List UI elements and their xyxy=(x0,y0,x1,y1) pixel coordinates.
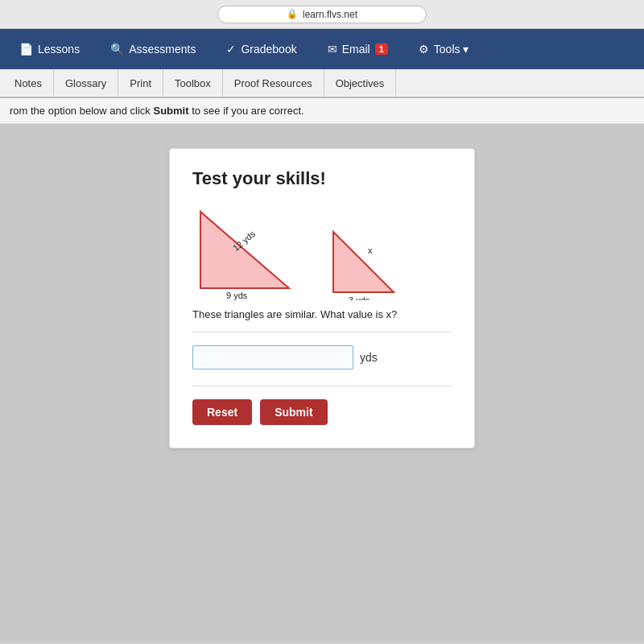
nav-email-label: Email xyxy=(342,43,370,56)
triangles-container: 12 yds 9 yds x 3 yds xyxy=(192,204,452,300)
gradebook-icon: ✓ xyxy=(226,43,236,56)
instruction-bold: Submit xyxy=(153,105,188,117)
instruction-suffix: to see if you are correct. xyxy=(189,105,304,117)
triangle-question: These triangles are similar. What value … xyxy=(192,308,452,320)
buttons-row: Reset Submit xyxy=(192,399,452,425)
nav-tools-label: Tools ▾ xyxy=(434,43,469,56)
tab-proof-resources[interactable]: Proof Resources xyxy=(223,69,324,97)
triangle1-wrapper: 12 yds 9 yds xyxy=(192,204,297,300)
nav-gradebook-label: Gradebook xyxy=(241,43,296,56)
nav-gradebook[interactable]: ✓ Gradebook xyxy=(223,36,299,62)
card-title: Test your skills! xyxy=(192,168,452,189)
answer-input[interactable] xyxy=(192,345,353,369)
address-bar: 🔒 learn.flvs.net xyxy=(217,6,427,23)
tab-objectives[interactable]: Objectives xyxy=(324,69,397,97)
triangle2-svg: x 3 yds xyxy=(321,220,402,300)
browser-chrome: 🔒 learn.flvs.net xyxy=(0,0,644,29)
reset-button[interactable]: Reset xyxy=(192,399,252,425)
nav-lessons[interactable]: 📄 Lessons xyxy=(16,36,83,62)
nav-assessments[interactable]: 🔍 Assessments xyxy=(107,36,199,62)
email-icon: ✉ xyxy=(328,43,337,56)
nav-assessments-label: Assessments xyxy=(129,43,196,56)
divider xyxy=(192,386,452,386)
tools-icon: ⚙ xyxy=(419,43,429,56)
tab-toolbox[interactable]: Toolbox xyxy=(163,69,223,97)
tab-glossary[interactable]: Glossary xyxy=(54,69,118,97)
triangle2-hyp-label: x xyxy=(368,246,373,255)
skills-card: Test your skills! 12 yds 9 yds xyxy=(169,148,475,448)
nav-tools[interactable]: ⚙ Tools ▾ xyxy=(415,36,473,62)
instruction-prefix: rom the option below and click xyxy=(10,105,153,117)
nav-bar: 📄 Lessons 🔍 Assessments ✓ Gradebook ✉ Em… xyxy=(0,29,644,69)
triangle2-base-label: 3 yds xyxy=(349,295,370,300)
triangle1-base-label: 9 yds xyxy=(226,291,248,300)
unit-label: yds xyxy=(360,351,378,364)
lock-icon: 🔒 xyxy=(287,9,298,19)
triangle1-svg: 12 yds 9 yds xyxy=(192,204,297,300)
tabs-bar: Notes Glossary Print Toolbox Proof Resou… xyxy=(0,69,644,98)
assessments-icon: 🔍 xyxy=(110,43,124,56)
instruction-bar: rom the option below and click Submit to… xyxy=(0,98,644,124)
nav-email[interactable]: ✉ Email 1 xyxy=(324,36,391,62)
svg-marker-0 xyxy=(200,212,289,288)
submit-button[interactable]: Submit xyxy=(260,399,327,425)
email-badge: 1 xyxy=(375,43,388,55)
input-row: yds xyxy=(192,332,452,369)
lessons-icon: 📄 xyxy=(19,43,33,56)
svg-marker-1 xyxy=(333,232,394,292)
main-content: Test your skills! 12 yds 9 yds xyxy=(0,124,644,642)
url-text: learn.flvs.net xyxy=(303,9,357,20)
triangle2-wrapper: x 3 yds xyxy=(321,220,402,300)
tab-notes[interactable]: Notes xyxy=(3,69,54,97)
nav-lessons-label: Lessons xyxy=(38,43,80,56)
tab-print[interactable]: Print xyxy=(118,69,163,97)
